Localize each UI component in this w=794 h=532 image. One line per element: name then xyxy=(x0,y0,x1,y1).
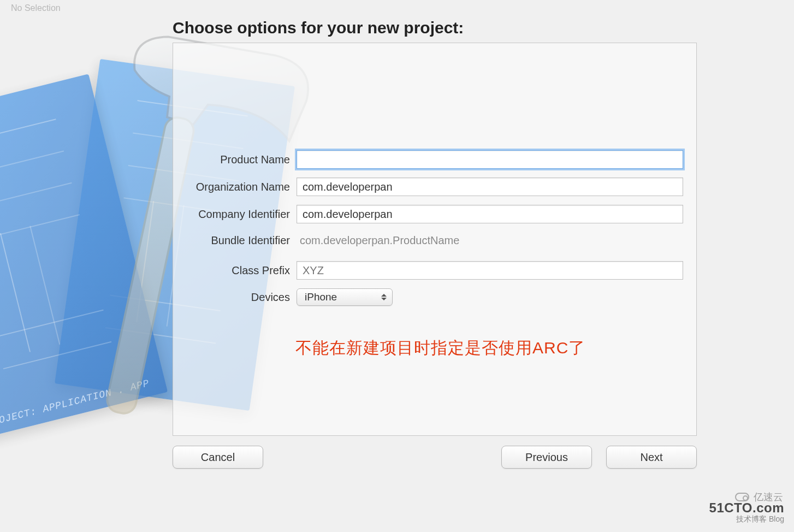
devices-selected-value: iPhone xyxy=(305,291,337,303)
next-button[interactable]: Next xyxy=(606,446,697,469)
project-options-form: Product Name Organization Name Company I… xyxy=(173,150,683,315)
row-product-name: Product Name xyxy=(173,150,683,169)
watermark-51cto: 51CTO.com 技术博客 Blog xyxy=(709,500,784,524)
row-bundle-identifier: Bundle Identifier com.developerpan.Produ… xyxy=(173,232,683,249)
annotation-text: 不能在新建项目时指定是否使用ARC了 xyxy=(295,337,585,359)
row-company-identifier: Company Identifier xyxy=(173,205,683,223)
row-class-prefix: Class Prefix xyxy=(173,261,683,280)
page-title: Choose options for your new project: xyxy=(173,19,464,37)
class-prefix-input[interactable] xyxy=(297,261,683,280)
watermark-51cto-sub: 技术博客 Blog xyxy=(709,515,784,524)
bundle-identifier-value: com.developerpan.ProductName xyxy=(297,232,683,249)
organization-name-input[interactable] xyxy=(297,178,683,196)
devices-select[interactable]: iPhone xyxy=(297,288,393,306)
label-product-name: Product Name xyxy=(173,153,290,166)
label-class-prefix: Class Prefix xyxy=(173,264,290,277)
label-organization-name: Organization Name xyxy=(173,181,290,193)
row-organization-name: Organization Name xyxy=(173,178,683,196)
window-label: No Selection xyxy=(11,3,61,13)
previous-button[interactable]: Previous xyxy=(501,446,592,469)
wizard-buttons: Cancel Previous Next xyxy=(173,446,697,469)
cancel-button[interactable]: Cancel xyxy=(173,446,263,469)
label-bundle-identifier: Bundle Identifier xyxy=(173,234,290,247)
company-identifier-input[interactable] xyxy=(297,205,683,223)
options-panel: Product Name Organization Name Company I… xyxy=(173,43,697,436)
label-devices: Devices xyxy=(173,291,290,304)
row-devices: Devices iPhone xyxy=(173,288,683,306)
updown-arrows-icon xyxy=(381,294,387,300)
product-name-input[interactable] xyxy=(297,150,683,169)
label-company-identifier: Company Identifier xyxy=(173,208,290,221)
watermark-51cto-text: 51CTO.com xyxy=(709,500,784,516)
